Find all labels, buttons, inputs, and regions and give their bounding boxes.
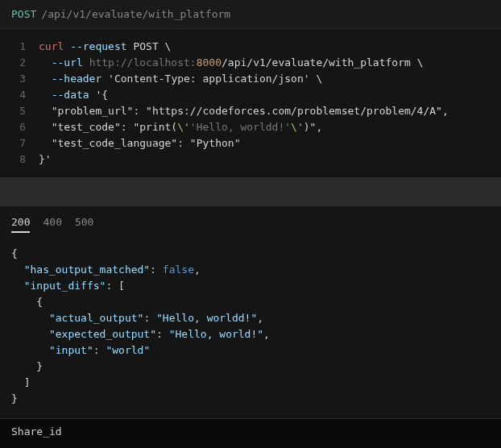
line-number: 5 xyxy=(11,103,26,119)
line-number: 7 xyxy=(11,135,26,151)
curl-code-block: 1 curl --request POST \ 2 --url http://l… xyxy=(0,29,501,177)
code-line: 8 }' xyxy=(0,151,501,168)
status-tabs: 200 400 500 xyxy=(0,206,501,239)
code-line: 1 curl --request POST \ xyxy=(0,39,501,55)
section-divider xyxy=(0,177,501,206)
http-path: /api/v1/evaluate/with_platform xyxy=(41,8,230,20)
response-body: { "has_output_matched": false, "input_di… xyxy=(0,239,501,418)
footer: Share_id xyxy=(0,418,501,444)
status-tab-400[interactable]: 400 xyxy=(43,216,61,233)
code-line: 4 --data '{ xyxy=(0,87,501,103)
status-tab-500[interactable]: 500 xyxy=(75,216,93,233)
request-header: POST/api/v1/evaluate/with_platform xyxy=(0,0,501,29)
code-line: 7 "test_code_language": "Python" xyxy=(0,135,501,151)
line-number: 1 xyxy=(11,39,26,55)
code-line: 6 "test_code": "print(\''Hello, worldd!'… xyxy=(0,119,501,135)
line-number: 4 xyxy=(11,87,26,103)
http-method: POST xyxy=(11,8,36,20)
code-line: 3 --header 'Content-Type: application/js… xyxy=(0,71,501,87)
line-number: 6 xyxy=(11,119,26,135)
code-line: 5 "problem_url": "https://codeforces.com… xyxy=(0,103,501,119)
status-tab-200[interactable]: 200 xyxy=(11,216,30,233)
line-number: 2 xyxy=(11,55,26,71)
line-number: 8 xyxy=(11,151,26,168)
code-line: 2 --url http://localhost:8000/api/v1/eva… xyxy=(0,55,501,71)
line-number: 3 xyxy=(11,71,26,87)
footer-label: Share_id xyxy=(11,425,62,438)
